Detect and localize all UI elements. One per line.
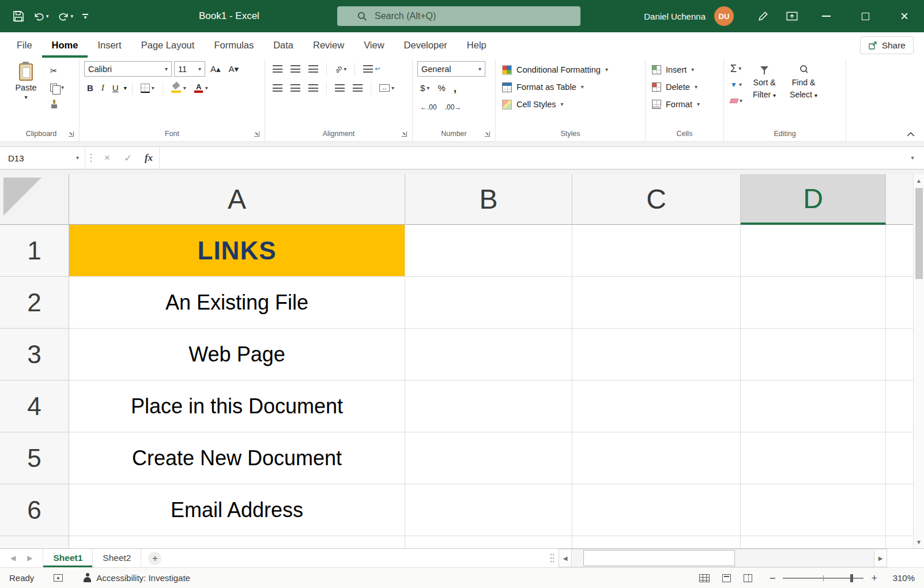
zoom-level-button[interactable]: 310% [885,573,915,583]
row-header-5[interactable]: 5 [0,432,69,484]
font-color-button[interactable]: A▴A▾ [191,80,211,96]
cell-C4[interactable] [572,380,741,432]
cell-styles-button[interactable]: Cell Styles▾ [500,96,640,113]
cell-C6[interactable] [572,484,741,536]
editing-mode-button[interactable] [749,0,778,32]
zoom-in-button[interactable]: + [871,573,877,583]
avatar[interactable]: DU [714,6,734,26]
horizontal-scrollbar-thumb[interactable] [583,550,735,566]
tab-file[interactable]: File [7,32,42,58]
row-header-6[interactable]: 6 [0,484,69,536]
cell-D2[interactable] [741,277,886,329]
tab-developer[interactable]: Developer [394,32,457,58]
vertical-scrollbar[interactable]: ▲ ▼ [913,174,924,548]
copy-button[interactable]: ▾ [47,80,67,95]
vertical-scrollbar-thumb[interactable] [915,188,923,279]
cell-A3[interactable]: Web Page [69,329,405,380]
page-layout-view-button[interactable] [722,574,731,582]
enter-button[interactable]: ✓ [118,147,138,169]
align-left-button[interactable] [270,80,285,96]
save-button[interactable] [13,10,24,22]
tab-help[interactable]: Help [457,32,496,58]
zoom-slider[interactable] [783,578,863,579]
wrap-text-button[interactable]: ↩ [360,61,383,77]
tab-review[interactable]: Review [303,32,354,58]
column-header-A[interactable]: A [69,174,405,225]
orientation-button[interactable]: ab▾ [332,61,349,77]
cell-D1[interactable] [741,225,886,277]
scroll-left-button[interactable]: ◀ [559,549,572,567]
row-header-3[interactable]: 3 [0,329,69,380]
name-box[interactable]: D13 ▾ [0,147,85,169]
zoom-slider-handle[interactable] [850,574,853,582]
tab-view[interactable]: View [354,32,394,58]
fill-color-button[interactable]: ▾ [168,80,189,96]
row-header-1[interactable]: 1 [0,225,69,277]
comma-style-button[interactable]: , [451,80,459,96]
namebox-resize-handle[interactable] [85,147,97,169]
decrease-font-size-button[interactable]: A▾ [226,61,242,77]
cell-B6[interactable] [405,484,572,536]
ribbon-display-options-button[interactable] [778,0,806,32]
row-header-2[interactable]: 2 [0,277,69,329]
delete-cells-button[interactable]: Delete▾ [650,78,719,96]
cell-D3[interactable] [741,329,886,380]
dialog-launcher-icon[interactable] [69,131,74,137]
page-break-preview-button[interactable] [744,574,752,582]
accessibility-checker-button[interactable]: Accessibility: Investigate [84,573,190,583]
expand-formula-bar-button[interactable]: ▾ [901,147,924,169]
borders-button[interactable]: ▾ [138,80,157,96]
cancel-button[interactable]: × [97,147,118,169]
horizontal-scrollbar[interactable]: ◀ ▶ [550,549,924,567]
number-format-select[interactable]: General▾ [417,61,485,77]
collapse-ribbon-button[interactable] [907,132,915,137]
format-painter-button[interactable] [47,96,67,112]
sort-filter-button[interactable]: Sort & Filter ▾ [748,61,781,126]
font-size-select[interactable]: 11▾ [174,61,205,77]
format-cells-button[interactable]: Format▾ [650,96,719,113]
cell-A1[interactable]: LINKS [69,225,405,277]
cell-B5[interactable] [405,432,572,484]
cell-B7[interactable] [405,536,572,548]
normal-view-button[interactable] [699,574,710,582]
underline-button[interactable]: U [110,80,122,96]
sheet-tab-sheet1[interactable]: Sheet1 [43,549,93,567]
column-header-C[interactable]: C [572,174,741,225]
cell-A6[interactable]: Email Address [69,484,405,536]
cell-A2[interactable]: An Existing File [69,277,405,329]
cell-A5[interactable]: Create New Document [69,432,405,484]
formula-input[interactable] [159,147,901,169]
conditional-formatting-button[interactable]: Conditional Formatting▾ [500,61,640,78]
italic-button[interactable]: I [99,80,107,96]
scroll-up-button[interactable]: ▲ [914,174,924,187]
align-top-button[interactable] [270,61,285,77]
undo-button[interactable] [33,12,44,21]
tab-page-layout[interactable]: Page Layout [131,32,205,58]
dialog-launcher-icon[interactable] [254,131,259,137]
cell-C7[interactable] [572,536,741,548]
horizontal-scrollbar-track[interactable] [572,549,874,567]
next-sheet-button[interactable]: ▶ [27,554,32,562]
align-center-button[interactable] [288,80,303,96]
column-header-B[interactable]: B [405,174,572,225]
cell-D6[interactable] [741,484,886,536]
redo-button[interactable] [58,12,69,21]
tab-insert[interactable]: Insert [88,32,131,58]
tab-home[interactable]: Home [42,32,88,58]
customize-quick-access-button[interactable]: ▾ [82,14,88,19]
minimize-button[interactable] [806,0,846,32]
cell-D7[interactable] [741,536,886,548]
autosum-button[interactable]: Σ▾ [729,61,744,76]
cell-C5[interactable] [572,432,741,484]
cell-B2[interactable] [405,277,572,329]
close-button[interactable]: × [885,0,924,32]
accounting-format-button[interactable]: $▾ [417,80,432,96]
column-header-D[interactable]: D [741,174,886,225]
dialog-launcher-icon[interactable] [485,131,490,137]
cell-A7[interactable] [69,536,405,548]
select-all-button[interactable] [0,174,69,225]
increase-font-size-button[interactable]: A▴ [208,61,224,77]
clear-button[interactable]: ▾ [729,93,744,108]
paste-button[interactable]: Paste ▾ [8,61,44,126]
align-bottom-button[interactable] [306,61,321,77]
